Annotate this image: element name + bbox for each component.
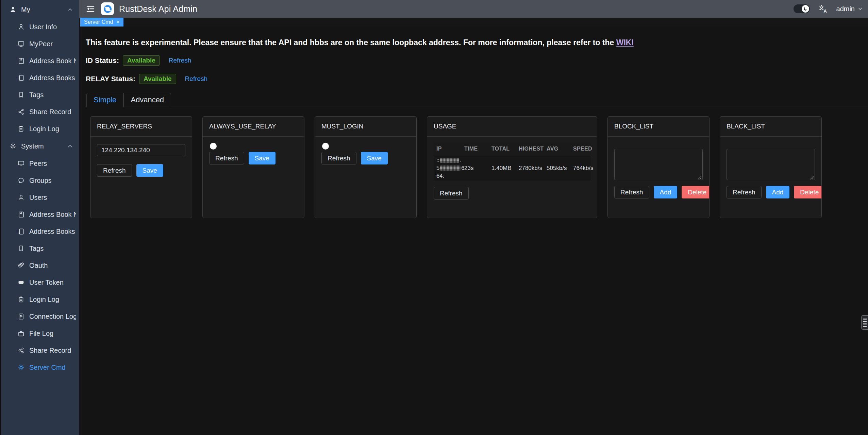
monitor-icon: [17, 40, 25, 48]
sidebar-item-user-token[interactable]: User Token: [1, 274, 79, 291]
must-login-refresh-button[interactable]: Refresh: [321, 152, 356, 164]
sidebar-item-user-info[interactable]: User Info: [1, 18, 79, 35]
sidebar-item-tags[interactable]: Tags: [1, 240, 79, 257]
document-icon: [17, 313, 25, 320]
sidebar-item-label: Oauth: [29, 262, 48, 269]
sidebar-item-peers[interactable]: Peers: [1, 155, 79, 172]
tab-advanced[interactable]: Advanced: [123, 93, 171, 107]
close-icon[interactable]: ×: [116, 19, 119, 25]
sidebar-item-tags[interactable]: Tags: [1, 86, 79, 103]
card-title: BLACK_LIST: [720, 117, 821, 137]
relay-servers-save-button[interactable]: Save: [136, 164, 163, 177]
id-status-refresh-link[interactable]: Refresh: [169, 57, 191, 64]
sidebar-item-server-cmd[interactable]: Server Cmd: [1, 359, 79, 376]
col-header-total: TOTAL: [489, 143, 516, 155]
sidebar-item-address-book-names[interactable]: Address Book Names: [1, 206, 79, 223]
black-list-delete-button[interactable]: Delete: [794, 186, 822, 198]
user-menu[interactable]: admin: [836, 5, 863, 13]
col-header-highest: HIGHEST: [516, 143, 544, 155]
sidebar-item-label: Tags: [29, 245, 44, 253]
relay-servers-input[interactable]: [97, 144, 185, 156]
block-list-delete-button[interactable]: Delete: [682, 186, 710, 198]
col-header-ip: IP: [434, 143, 462, 155]
sidebar-item-oauth[interactable]: Oauth: [1, 257, 79, 274]
sidebar-item-label: Address Books: [29, 228, 75, 236]
sidebar-item-share-record[interactable]: Share Record: [1, 103, 79, 120]
screen: MyUser InfoMyPeerAddress Book NameAddres…: [0, 0, 868, 435]
main-content: This feature is experimental. Please ens…: [79, 27, 868, 435]
wiki-link[interactable]: WIKI: [616, 38, 634, 47]
tab-simple[interactable]: Simple: [86, 93, 123, 107]
block-list-add-button[interactable]: Add: [654, 186, 678, 198]
id-status-row: ID Status: Available Refresh: [86, 55, 868, 66]
tab-label: Server Cmd: [84, 19, 113, 25]
usage-refresh-button[interactable]: Refresh: [434, 187, 469, 199]
usage-highest-cell: 2780kb/s: [516, 155, 544, 181]
paperclip-icon: [17, 262, 25, 269]
sidebar-item-login-log[interactable]: Login Log: [1, 291, 79, 308]
sidebar-item-connection-log[interactable]: Connection Log: [1, 308, 79, 325]
sidebar-item-label: Peers: [29, 160, 47, 168]
user-menu-label: admin: [836, 5, 855, 13]
sidebar-item-groups[interactable]: Groups: [1, 172, 79, 189]
always-use-relay-refresh-button[interactable]: Refresh: [209, 152, 244, 164]
card-block-list: BLOCK_LIST Refresh Add Delete: [607, 116, 710, 218]
id-status-badge: Available: [123, 55, 160, 66]
black-list-refresh-button[interactable]: Refresh: [727, 186, 762, 198]
sidebar-item-login-log[interactable]: Login Log: [1, 120, 79, 137]
black-list-textarea[interactable]: [727, 149, 815, 180]
chat-icon: [17, 177, 25, 184]
sidebar: MyUser InfoMyPeerAddress Book NameAddres…: [0, 0, 79, 435]
dark-mode-toggle[interactable]: [794, 4, 810, 13]
sidebar-item-file-log[interactable]: File Log: [1, 325, 79, 342]
block-list-refresh-button[interactable]: Refresh: [614, 186, 649, 198]
clipboard-icon: [17, 296, 25, 303]
box-icon: [17, 330, 25, 337]
tab-server-cmd[interactable]: Server Cmd ×: [80, 18, 123, 27]
sidebar-item-address-book-name[interactable]: Address Book Name: [1, 52, 79, 69]
sidebar-item-label: Share Record: [29, 108, 71, 116]
sidebar-item-label: User Token: [29, 279, 64, 286]
relay-status-refresh-link[interactable]: Refresh: [185, 75, 208, 83]
notebook-icon: [17, 228, 25, 235]
toggle-knob: [322, 143, 329, 150]
sidebar-item-label: Users: [29, 194, 47, 202]
usage-avg-cell: 505kb/s: [544, 155, 570, 181]
block-list-textarea[interactable]: [614, 149, 703, 180]
app-title: RustDesk Api Admin: [119, 4, 197, 14]
share-icon: [17, 108, 25, 116]
must-login-save-button[interactable]: Save: [361, 152, 388, 164]
sidebar-item-address-books[interactable]: Address Books: [1, 69, 79, 86]
menu-fold-icon[interactable]: [85, 4, 96, 14]
relay-status-label: RELAY Status:: [86, 75, 135, 83]
sidebar-item-label: Tags: [29, 91, 44, 99]
chevron-up-icon: [67, 143, 73, 149]
sidebar-section-my[interactable]: My: [1, 1, 79, 18]
col-header-time: TIME: [462, 143, 489, 155]
translate-icon[interactable]: A: [818, 4, 828, 14]
sidebar-item-label: Address Book Name: [29, 57, 76, 65]
black-list-add-button[interactable]: Add: [766, 186, 790, 198]
edge-widget[interactable]: [861, 315, 868, 330]
topbar-right: A admin: [794, 4, 863, 14]
sidebar-item-label: Login Log: [29, 296, 59, 303]
sidebar-section-system[interactable]: System: [1, 137, 79, 155]
usage-total-cell: 1.40MB: [489, 155, 516, 181]
sidebar-section-label: My: [21, 6, 30, 14]
relay-servers-refresh-button[interactable]: Refresh: [97, 164, 132, 177]
sidebar-item-users[interactable]: Users: [1, 189, 79, 206]
redacted-ip-segment: [440, 158, 459, 163]
share-icon: [17, 347, 25, 354]
always-use-relay-save-button[interactable]: Save: [249, 152, 276, 164]
sidebar-item-address-books[interactable]: Address Books: [1, 223, 79, 240]
sidebar-item-share-record[interactable]: Share Record: [1, 342, 79, 359]
moon-icon: [802, 5, 809, 13]
toggle-knob: [210, 143, 217, 150]
sidebar-item-label: Address Book Names: [29, 211, 76, 219]
notice-text: This feature is experimental. Please ens…: [86, 38, 616, 47]
mode-tabs: Simple Advanced: [86, 93, 868, 107]
experimental-notice: This feature is experimental. Please ens…: [86, 38, 868, 47]
sidebar-item-label: File Log: [29, 330, 53, 337]
sidebar-item-label: Groups: [29, 177, 52, 185]
sidebar-item-mypeer[interactable]: MyPeer: [1, 35, 79, 52]
